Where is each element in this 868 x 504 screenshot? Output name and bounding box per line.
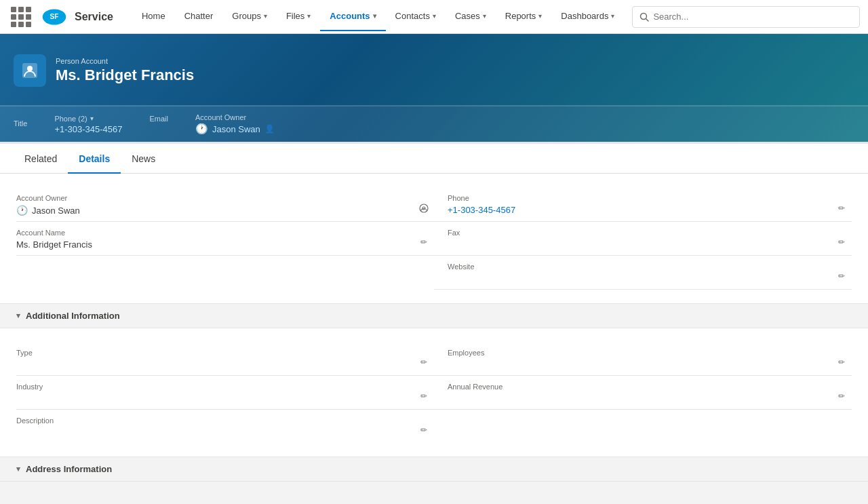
tab-related[interactable]: Related [14, 144, 68, 174]
address-info-label: Address Information [26, 464, 112, 474]
nav-item-chatter[interactable]: Chatter [175, 3, 223, 31]
additional-info-section: Type ✏ Employees ✏ Industry ✏ Annual Rev… [0, 328, 868, 457]
salesforce-logo: SF [42, 5, 66, 29]
main-nav: Home Chatter Groups ▾ Files ▾ Accounts ▾… [132, 3, 624, 31]
type-edit-btn[interactable]: ✏ [418, 356, 430, 368]
type-cell: Type ✏ [16, 342, 434, 376]
record-name: Ms. Bridget Francis [56, 66, 194, 84]
empty-left-cell [16, 256, 434, 290]
nav-item-dashboards[interactable]: Dashboards ▾ [551, 3, 624, 31]
account-owner-value[interactable]: Jason Swan [212, 124, 260, 134]
account-name-value: Ms. Bridget Francis [16, 239, 407, 250]
tab-details[interactable]: Details [68, 144, 121, 174]
address-info-chevron: ▾ [16, 465, 20, 473]
phone-detail-cell: Phone +1-303-345-4567 ✏ [434, 187, 852, 222]
employees-value [448, 360, 838, 370]
app-name: Service [75, 11, 113, 23]
website-value [448, 273, 838, 284]
account-owner-detail-row: 🕐 Jason Swan [16, 205, 407, 216]
detail-section: Account Owner 🕐 Jason Swan Phone +1-303-… [0, 174, 868, 303]
nav-item-accounts[interactable]: Accounts ▾ [320, 3, 385, 31]
employees-cell: Employees ✏ [434, 342, 852, 376]
account-owner-clock-icon: 🕐 [16, 205, 28, 216]
description-edit-btn[interactable]: ✏ [418, 424, 430, 436]
additional-info-chevron: ▾ [16, 311, 20, 320]
search-icon [639, 12, 649, 22]
phone-field-group: Phone (2) ▾ +1-303-345-4567 [54, 115, 122, 134]
industry-cell: Industry ✏ [16, 376, 434, 410]
account-owner-detail-value[interactable]: Jason Swan [32, 206, 80, 216]
account-name-label: Account Name [16, 229, 407, 237]
hero-text-block: Person Account Ms. Bridget Francis [56, 57, 194, 84]
type-label: Type [16, 349, 407, 357]
search-input[interactable] [653, 12, 852, 22]
phone-label: Phone (2) ▾ [54, 115, 122, 123]
description-empty-right [434, 410, 852, 443]
description-label: Description [16, 416, 407, 425]
account-name-edit-btn[interactable]: ✏ [418, 236, 430, 248]
nav-item-files[interactable]: Files ▾ [277, 3, 320, 31]
email-field-group: Email [149, 115, 168, 134]
account-owner-field-group: Account Owner 🕐 Jason Swan 👤 [195, 113, 275, 135]
grid-menu-icon[interactable] [8, 4, 34, 30]
tab-news[interactable]: News [121, 144, 166, 174]
annual-revenue-value [448, 393, 838, 404]
change-owner-icon[interactable]: 👤 [264, 124, 275, 134]
phone-detail-label: Phone [448, 194, 838, 202]
phone-dropdown-icon[interactable]: ▾ [90, 115, 94, 122]
tab-bar: Related Details News [0, 144, 868, 174]
main-content: Related Details News Account Owner 🕐 Jas… [0, 142, 868, 482]
employees-label: Employees [448, 349, 838, 357]
search-bar[interactable] [632, 6, 860, 28]
owner-avatar-icon: 🕐 [195, 123, 208, 135]
industry-value [16, 393, 407, 404]
top-bar: SF Service Home Chatter Groups ▾ Files ▾… [0, 0, 868, 34]
hero-band: Person Account Ms. Bridget Francis [0, 34, 868, 105]
website-label: Website [448, 263, 838, 271]
account-owner-label: Account Owner [195, 113, 275, 121]
account-owner-row: 🕐 Jason Swan 👤 [195, 123, 275, 135]
phone-edit-btn[interactable]: ✏ [835, 202, 848, 214]
phone-value[interactable]: +1-303-345-4567 [54, 124, 122, 134]
record-type-label: Person Account [56, 57, 194, 65]
industry-edit-btn[interactable]: ✏ [418, 390, 430, 402]
account-owner-cell: Account Owner 🕐 Jason Swan [16, 187, 434, 222]
annual-revenue-edit-btn[interactable]: ✏ [835, 390, 848, 402]
website-cell: Website ✏ [434, 256, 852, 290]
fax-value [448, 239, 838, 250]
fax-cell: Fax ✏ [434, 222, 852, 256]
main-fields-grid: Account Owner 🕐 Jason Swan Phone +1-303-… [16, 187, 852, 290]
additional-info-label: Additional Information [26, 311, 120, 321]
email-value [149, 124, 168, 134]
title-field-group: Title [14, 119, 27, 129]
nav-item-reports[interactable]: Reports ▾ [496, 3, 552, 31]
description-value [16, 427, 407, 438]
nav-item-contacts[interactable]: Contacts ▾ [386, 3, 446, 31]
email-label: Email [149, 115, 168, 123]
nav-item-home[interactable]: Home [132, 3, 175, 31]
svg-text:SF: SF [50, 13, 59, 20]
phone-detail-value[interactable]: +1-303-345-4567 [448, 205, 838, 215]
fax-edit-btn[interactable]: ✏ [835, 236, 848, 248]
change-owner-detail-btn[interactable] [418, 202, 430, 214]
record-type-icon [14, 54, 46, 87]
svg-line-3 [646, 18, 649, 21]
title-label: Title [14, 119, 27, 128]
additional-fields-grid: Type ✏ Employees ✏ Industry ✏ Annual Rev… [16, 342, 852, 443]
nav-item-cases[interactable]: Cases ▾ [446, 3, 496, 31]
type-value [16, 360, 407, 370]
nav-item-groups[interactable]: Groups ▾ [222, 3, 277, 31]
website-edit-btn[interactable]: ✏ [835, 270, 848, 282]
description-cell: Description ✏ [16, 410, 434, 443]
hero-fields-row: Title Phone (2) ▾ +1-303-345-4567 Email … [0, 106, 868, 142]
fax-label: Fax [448, 229, 838, 237]
industry-label: Industry [16, 383, 407, 391]
account-name-cell: Account Name Ms. Bridget Francis ✏ [16, 222, 434, 256]
account-owner-detail-label: Account Owner [16, 194, 407, 202]
employees-edit-btn[interactable]: ✏ [835, 356, 848, 368]
annual-revenue-label: Annual Revenue [448, 383, 838, 391]
annual-revenue-cell: Annual Revenue ✏ [434, 376, 852, 410]
svg-point-5 [27, 66, 33, 71]
additional-info-section-header[interactable]: ▾ Additional Information [0, 303, 868, 328]
address-info-section-header[interactable]: ▾ Address Information [0, 457, 868, 482]
